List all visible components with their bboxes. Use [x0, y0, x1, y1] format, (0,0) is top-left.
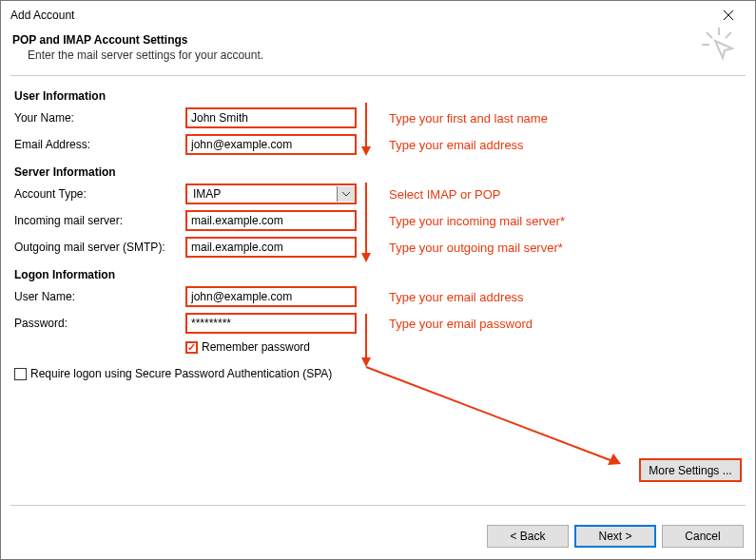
- outgoing-hint: Type your outgoing mail server*: [389, 241, 563, 255]
- svg-line-12: [366, 367, 615, 462]
- svg-line-4: [707, 32, 712, 38]
- chevron-down-icon: [341, 191, 351, 197]
- svg-marker-11: [361, 357, 371, 367]
- titlebar: Add Account: [1, 1, 755, 29]
- account-type-hint: Select IMAP or POP: [389, 187, 501, 202]
- checkbox-icon: [14, 368, 27, 380]
- your-name-input[interactable]: [185, 107, 357, 128]
- window-title: Add Account: [10, 9, 709, 22]
- remember-password-checkbox[interactable]: Remember password: [185, 340, 310, 354]
- checkbox-icon: [185, 341, 198, 354]
- button-bar: < Back Next > Cancel: [487, 525, 744, 548]
- section-logon-info: Logon Information: [14, 268, 742, 281]
- account-type-select[interactable]: IMAP: [185, 183, 357, 204]
- next-button[interactable]: Next >: [574, 525, 656, 548]
- spa-label: Require logon using Secure Password Auth…: [30, 367, 332, 380]
- row-outgoing: Outgoing mail server (SMTP): Type your o…: [14, 236, 742, 259]
- email-input[interactable]: [185, 134, 357, 155]
- cancel-label: Cancel: [685, 530, 720, 543]
- username-label: User Name:: [14, 290, 185, 303]
- row-spa: Require logon using Secure Password Auth…: [14, 367, 742, 380]
- username-hint: Type your email address: [389, 290, 524, 304]
- row-account-type: Account Type: IMAP Select IMAP or POP: [14, 183, 742, 205]
- remember-password-label: Remember password: [202, 340, 310, 354]
- incoming-hint: Type your incoming mail server*: [389, 214, 565, 228]
- row-email: Email Address: Type your email address: [14, 133, 742, 156]
- row-incoming: Incoming mail server: Type your incoming…: [14, 209, 742, 232]
- header-divider: [10, 75, 746, 76]
- next-label: Next >: [598, 530, 631, 543]
- username-input[interactable]: [185, 286, 357, 307]
- account-type-label: Account Type:: [14, 187, 185, 201]
- cancel-button[interactable]: Cancel: [662, 525, 744, 548]
- header-subtitle: Enter the mail server settings for your …: [28, 48, 744, 62]
- password-hint: Type your email password: [389, 317, 533, 331]
- header-title: POP and IMAP Account Settings: [12, 33, 744, 47]
- account-type-value: IMAP: [191, 187, 221, 201]
- spa-checkbox[interactable]: Require logon using Secure Password Auth…: [14, 367, 332, 380]
- close-icon: [723, 10, 734, 21]
- section-server-info: Server Information: [14, 165, 742, 179]
- svg-line-5: [726, 32, 731, 38]
- password-input[interactable]: [185, 313, 357, 334]
- back-label: < Back: [510, 530, 545, 543]
- section-user-info: User Information: [14, 89, 742, 103]
- row-password: Password: Type your email password: [14, 312, 742, 335]
- back-button[interactable]: < Back: [487, 525, 569, 548]
- dropdown-button[interactable]: [337, 186, 355, 202]
- incoming-label: Incoming mail server:: [14, 214, 185, 227]
- your-name-hint: Type your first and last name: [389, 111, 548, 126]
- incoming-server-input[interactable]: [185, 210, 357, 231]
- row-username: User Name: Type your email address: [14, 285, 742, 308]
- dialog-header: POP and IMAP Account Settings Enter the …: [1, 29, 755, 71]
- row-your-name: Your Name: Type your first and last name: [14, 106, 742, 129]
- footer-divider: [10, 505, 746, 506]
- outgoing-server-input[interactable]: [185, 237, 357, 258]
- row-remember-password: Remember password: [185, 340, 742, 354]
- svg-marker-13: [608, 454, 621, 465]
- cursor-click-icon: [700, 26, 738, 67]
- email-label: Email Address:: [14, 138, 185, 151]
- more-settings-button[interactable]: More Settings ...: [639, 458, 742, 482]
- outgoing-label: Outgoing mail server (SMTP):: [14, 241, 185, 254]
- email-hint: Type your email address: [389, 138, 524, 152]
- more-settings-label: More Settings ...: [649, 464, 731, 477]
- form-content: User Information Your Name: Type your fi…: [1, 80, 755, 380]
- password-label: Password:: [14, 317, 185, 330]
- add-account-window: Add Account POP and IMAP Account Setting…: [0, 0, 756, 560]
- your-name-label: Your Name:: [14, 111, 185, 125]
